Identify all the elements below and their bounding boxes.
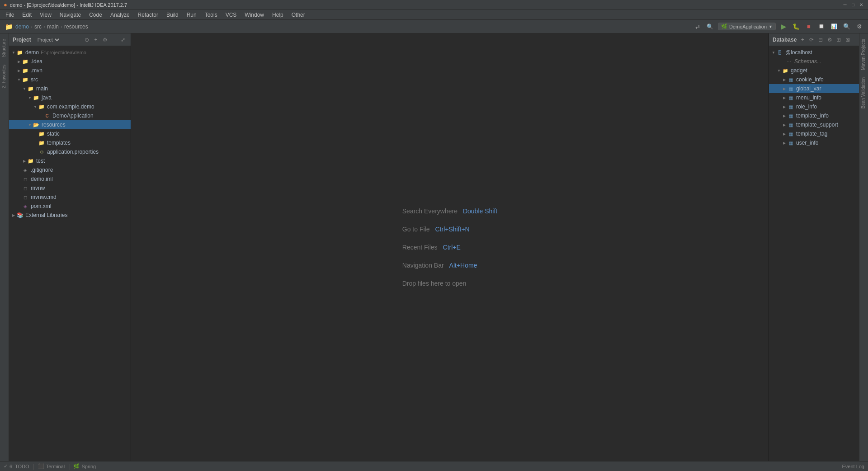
tree-item-pom-xml[interactable]: ◈ pom.xml	[9, 202, 131, 211]
java-icon-demo-app: C	[43, 112, 51, 119]
menu-edit[interactable]: Edit	[19, 11, 35, 19]
close-button[interactable]: ✕	[858, 2, 864, 8]
menu-run[interactable]: Run	[183, 11, 200, 19]
toolbar-settings-btn[interactable]: ⚙	[854, 22, 864, 32]
tree-item-demo[interactable]: 📁 demo E:\project\idea\demo	[9, 48, 131, 57]
db-layout-btn[interactable]: ⊞	[835, 36, 843, 44]
project-view-selector[interactable]: Project	[36, 37, 61, 43]
menu-window[interactable]: Window	[241, 11, 268, 19]
db-item-localhost[interactable]: 🗄 @localhost	[769, 48, 859, 57]
main-area: Structure 2: Favorites Project Project ⊙…	[0, 33, 868, 461]
tree-item-demo-iml[interactable]: ◻ demo.iml	[9, 174, 131, 184]
menu-view[interactable]: View	[36, 11, 55, 19]
menu-analyze[interactable]: Analyze	[107, 11, 133, 19]
db-filter-btn[interactable]: ⊟	[816, 36, 825, 44]
db-item-schemas[interactable]: ⋯ Schemas...	[769, 57, 859, 66]
menu-navigate[interactable]: Navigate	[56, 11, 85, 19]
menu-help[interactable]: Help	[269, 11, 287, 19]
profiler-button[interactable]: 📊	[829, 22, 839, 32]
tree-item-external-libs[interactable]: 📚 External Libraries	[9, 211, 131, 220]
maven-projects-tab[interactable]: Maven Projects	[859, 35, 868, 74]
db-add-btn[interactable]: +	[798, 36, 807, 44]
panel-scroll-from-source-btn[interactable]: ⊙	[83, 36, 91, 44]
tree-label-gitignore: .gitignore	[31, 167, 53, 173]
panel-gear-btn[interactable]: ⚙	[101, 36, 109, 44]
db-arrow-cookie-info	[782, 77, 787, 82]
structure-tab[interactable]: Structure	[0, 35, 9, 61]
db-item-global-var[interactable]: ▦ global_var	[769, 84, 859, 93]
coverage-button[interactable]: 🔲	[816, 22, 826, 32]
tree-item-demo-application[interactable]: C DemoApplication	[9, 111, 131, 120]
menu-code[interactable]: Code	[85, 11, 106, 19]
db-label-role-info: role_info	[796, 104, 817, 110]
status-event-log[interactable]: Event Log	[842, 464, 864, 469]
menu-tools[interactable]: Tools	[201, 11, 221, 19]
tree-item-templates[interactable]: 📁 templates	[9, 138, 131, 147]
gitignore-icon: ◈	[22, 166, 29, 174]
breadcrumb-resources[interactable]: resources	[64, 24, 88, 30]
folder-icon-main: 📁	[27, 85, 34, 92]
toolbar-search-everywhere-btn[interactable]: 🔍	[705, 22, 715, 32]
folder-icon-idea: 📁	[22, 58, 29, 65]
db-settings-btn[interactable]: ⚙	[826, 36, 834, 44]
bean-validation-tab[interactable]: Bean Validation	[859, 74, 868, 112]
db-item-template-tag[interactable]: ▦ template_tag	[769, 129, 859, 138]
menu-refactor[interactable]: Refactor	[134, 11, 162, 19]
db-refresh-btn[interactable]: ⟳	[807, 36, 816, 44]
menu-build[interactable]: Build	[163, 11, 182, 19]
db-item-menu-info[interactable]: ▦ menu_info	[769, 93, 859, 102]
title-bar-controls[interactable]: ─ □ ✕	[842, 2, 864, 8]
status-spring[interactable]: 🌿 Spring	[73, 463, 96, 469]
minimize-button[interactable]: ─	[842, 2, 848, 8]
toolbar-project-icon[interactable]: 📁	[4, 22, 14, 32]
stop-button[interactable]: ■	[804, 22, 814, 32]
tree-item-app-properties[interactable]: ⚙ application.properties	[9, 147, 131, 156]
breadcrumb-main[interactable]: main	[47, 24, 59, 30]
db-item-template-support[interactable]: ▦ template_support	[769, 120, 859, 129]
debug-button[interactable]: 🐛	[791, 22, 801, 32]
tree-item-mvn-dir[interactable]: 📁 .mvn	[9, 66, 131, 75]
tree-item-idea[interactable]: 📁 .idea	[9, 57, 131, 66]
favorites-tab[interactable]: 2: Favorites	[0, 61, 9, 92]
panel-collapse-btn[interactable]: +	[92, 36, 100, 44]
db-table-btn[interactable]: ⊠	[844, 36, 852, 44]
db-item-role-info[interactable]: ▦ role_info	[769, 102, 859, 111]
run-button[interactable]: ▶	[778, 22, 788, 32]
db-label-menu-info: menu_info	[796, 94, 821, 101]
tree-item-resources[interactable]: 📂 resources	[9, 120, 131, 129]
db-item-cookie-info[interactable]: ▦ cookie_info	[769, 75, 859, 84]
db-item-gadget[interactable]: 📁 gadget	[769, 66, 859, 75]
db-item-template-info[interactable]: ▦ template_info	[769, 111, 859, 120]
status-terminal[interactable]: ⬛ Terminal	[38, 463, 65, 469]
db-item-user-info[interactable]: ▦ user_info	[769, 138, 859, 147]
tree-arrow-test	[22, 158, 27, 164]
mvnw-icon: ◻	[22, 184, 29, 192]
status-terminal-label: Terminal	[46, 464, 65, 469]
panel-expand-btn[interactable]: ⤢	[119, 36, 127, 44]
run-config-selector[interactable]: 🌿 DemoApplication ▼	[718, 23, 776, 30]
breadcrumb-demo[interactable]: demo	[15, 24, 29, 30]
db-arrow-template-info	[782, 113, 787, 118]
tree-item-main[interactable]: 📁 main	[9, 84, 131, 93]
tree-arrow-java	[27, 95, 33, 100]
tree-item-mvnw-cmd[interactable]: ◻ mvnw.cmd	[9, 193, 131, 202]
panel-hide-btn[interactable]: —	[110, 36, 118, 44]
menu-other[interactable]: Other	[288, 11, 309, 19]
title-bar: ● demo - [E:\project\idea\demo] - Intell…	[0, 0, 868, 10]
maximize-button[interactable]: □	[850, 2, 856, 8]
tree-item-java[interactable]: 📁 java	[9, 93, 131, 102]
menu-file[interactable]: File	[2, 11, 18, 19]
tree-item-mvnw[interactable]: ◻ mvnw	[9, 184, 131, 193]
breadcrumb-src[interactable]: src	[34, 24, 42, 30]
tree-item-test[interactable]: 📁 test	[9, 156, 131, 165]
tree-item-src[interactable]: 📁 src	[9, 75, 131, 84]
tree-item-static[interactable]: 📁 static	[9, 129, 131, 138]
toolbar-sync-btn[interactable]: ⇄	[693, 22, 703, 32]
status-todo[interactable]: ✓ 6: TODO	[4, 463, 29, 469]
hint-goto-file-shortcut: Ctrl+Shift+N	[435, 226, 469, 233]
tree-item-gitignore[interactable]: ◈ .gitignore	[9, 165, 131, 174]
tree-item-package[interactable]: 📁 com.example.demo	[9, 102, 131, 111]
toolbar-search-btn[interactable]: 🔍	[842, 22, 852, 32]
run-config-dropdown-icon[interactable]: ▼	[769, 24, 773, 29]
menu-vcs[interactable]: VCS	[222, 11, 241, 19]
